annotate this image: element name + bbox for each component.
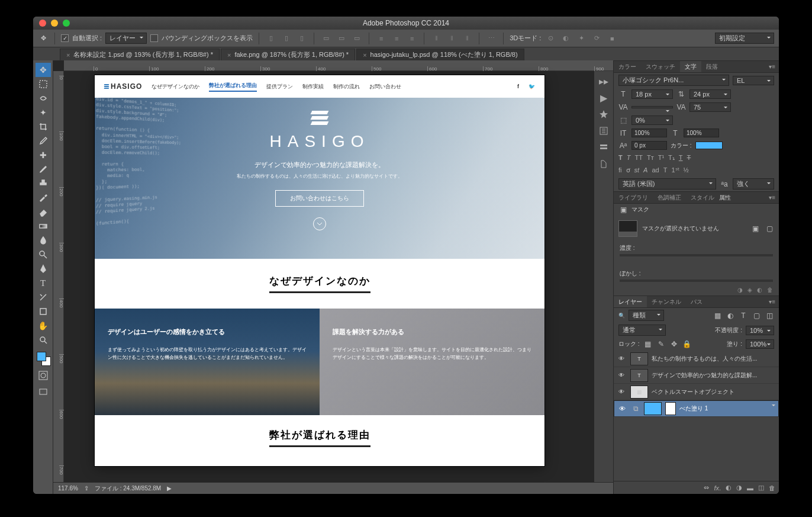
distribute-icon[interactable]: ≡ [375, 33, 387, 44]
hscale-input[interactable] [684, 129, 719, 137]
gradient-tool[interactable] [36, 219, 51, 233]
dock-icon[interactable]: ▶ [597, 91, 610, 104]
bbox-checkbox[interactable] [150, 34, 158, 42]
more-icon[interactable]: ▶ [167, 485, 172, 492]
panel-menu-icon[interactable]: ▾≡ [765, 194, 779, 201]
3d-icon[interactable]: ✦ [575, 33, 587, 44]
group-icon[interactable]: ▬ [747, 484, 753, 492]
share-icon[interactable]: ⇪ [84, 485, 89, 492]
kerning-input[interactable] [631, 106, 673, 108]
visibility-icon[interactable]: 👁 [616, 388, 627, 395]
pixelmask-icon[interactable]: ▣ [750, 224, 760, 233]
filter-adjust-icon[interactable]: ◐ [726, 312, 735, 320]
quickmask-icon[interactable] [36, 368, 51, 383]
foreground-color[interactable] [37, 352, 46, 361]
baseline-input[interactable] [631, 141, 667, 150]
target-select[interactable]: レイヤー [105, 33, 147, 44]
smallcaps-button[interactable]: Tт [647, 154, 654, 162]
ordinal-button[interactable]: ơ [626, 166, 630, 174]
distribute-icon[interactable]: ≡ [391, 33, 402, 44]
blur-slider[interactable] [620, 280, 773, 282]
tab-color[interactable]: カラー [614, 61, 641, 72]
align-icon[interactable]: ▭ [351, 33, 363, 44]
visibility-icon[interactable]: 👁 [616, 355, 627, 362]
mask-icon[interactable]: ◐ [726, 484, 732, 492]
zoom-value[interactable]: 117.6% [58, 485, 78, 492]
panel-menu-icon[interactable]: ▾≡ [765, 298, 779, 305]
color-swatches[interactable] [36, 351, 51, 366]
distribute-icon[interactable]: ⦀ [446, 33, 457, 44]
wand-tool[interactable]: ✦ [36, 105, 51, 120]
layer-row[interactable]: 👁 T 私たちの制作するものは、人々の生活... [614, 351, 779, 367]
delete-icon[interactable]: 🗑 [767, 287, 773, 293]
filter-kind[interactable]: 種類 [629, 310, 664, 321]
more-icon[interactable]: ⋯ [485, 33, 497, 44]
autoselect-checkbox[interactable]: ✓ [61, 34, 69, 42]
lock-pixel-icon[interactable]: ✎ [656, 340, 666, 348]
delete-icon[interactable]: 🗑 [769, 484, 775, 492]
tab-paragraph[interactable]: 段落 [701, 61, 723, 72]
eraser-tool[interactable] [36, 205, 51, 219]
hand-tool[interactable]: ✋ [36, 319, 51, 333]
adjustment-icon[interactable]: ◑ [736, 484, 742, 492]
leading-input[interactable]: 24 px [689, 89, 731, 99]
contextual-button[interactable]: T [663, 166, 668, 174]
new-layer-icon[interactable]: ◫ [758, 484, 764, 492]
history-brush-tool[interactable] [36, 191, 51, 205]
visibility-icon[interactable]: 👁 [617, 405, 627, 412]
stylistic-button[interactable]: st [634, 166, 640, 174]
link-icon[interactable]: ⇔ [704, 484, 709, 492]
vscale-input[interactable] [631, 129, 667, 137]
brush-tool[interactable] [36, 162, 51, 176]
fraction-button[interactable]: ½ [684, 166, 689, 174]
superscript-button[interactable]: T¹ [658, 154, 664, 162]
tab-adjustments[interactable]: 色調補正 [653, 192, 686, 203]
filter-pixel-icon[interactable]: ▦ [713, 312, 722, 320]
pen-tool[interactable] [36, 262, 51, 276]
dodge-tool[interactable] [36, 248, 51, 262]
align-icon[interactable]: ▭ [336, 33, 347, 44]
align-icon[interactable]: ▯ [281, 33, 292, 44]
underline-button[interactable]: T [679, 154, 683, 162]
mask-option-icon[interactable]: ◐ [757, 287, 762, 293]
filter-shape-icon[interactable]: ▢ [752, 312, 761, 320]
doc-tab[interactable]: ×名称未設定 1.psd @ 193% (長方形 1, RGB/8#) * [60, 49, 220, 60]
font-family-select[interactable]: 小塚ゴシック Pr6N... [618, 75, 729, 86]
workspace-select[interactable]: 初期設定 [715, 33, 774, 44]
mask-option-icon[interactable]: ◑ [737, 287, 743, 293]
ligature-button[interactable]: fi [618, 166, 622, 174]
oldstyle-button[interactable]: 1ˢᵗ [671, 166, 679, 174]
doc-tab[interactable]: ×fake.png @ 187% (長方形 1, RGB/8#) * [221, 49, 355, 60]
tab-swatches[interactable]: スウォッチ [641, 61, 680, 72]
history-icon[interactable] [597, 124, 610, 137]
tracking-input[interactable]: 75 [689, 102, 731, 112]
swash-button[interactable]: A [643, 166, 647, 174]
stamp-tool[interactable] [36, 176, 51, 191]
layer-row[interactable]: 👁 ⧉ べた塗り 1 [614, 400, 779, 417]
tab-layers[interactable]: レイヤー [614, 296, 647, 307]
marquee-tool[interactable] [36, 77, 51, 91]
tab-channels[interactable]: チャンネル [647, 296, 686, 307]
3d-icon[interactable]: ⊙ [544, 33, 556, 44]
align-icon[interactable]: ▯ [296, 33, 308, 44]
3d-icon[interactable]: ■ [606, 33, 618, 44]
fx-icon[interactable]: fx. [714, 484, 721, 492]
fontsize-input[interactable]: 18 px [631, 89, 673, 99]
tab-styles[interactable]: スタイル [686, 192, 719, 203]
info-icon[interactable] [597, 158, 610, 171]
language-select[interactable]: 英語 (米国) [618, 178, 716, 190]
bold-button[interactable]: T [618, 154, 623, 162]
eyedropper-tool[interactable] [36, 134, 51, 148]
zoom-tool[interactable] [36, 333, 51, 347]
lock-trans-icon[interactable]: ▦ [643, 340, 653, 348]
italic-button[interactable]: T [627, 154, 631, 162]
lasso-tool[interactable] [36, 91, 51, 105]
heal-tool[interactable]: ✚ [36, 148, 51, 162]
actions-icon[interactable] [597, 141, 610, 154]
distribute-icon[interactable]: ≡ [406, 33, 418, 44]
move-tool[interactable]: ✥ [36, 63, 51, 77]
distribute-icon[interactable]: ⦀ [430, 33, 442, 44]
doc-tab[interactable]: ×hasigo-jutaku_lp.psd @ 118% (べた塗り 1, RG… [356, 49, 524, 60]
artboard[interactable]: div.id = "demos_1_" + columnID;div.style… [95, 75, 544, 466]
scale-input[interactable]: 0% [631, 115, 673, 125]
